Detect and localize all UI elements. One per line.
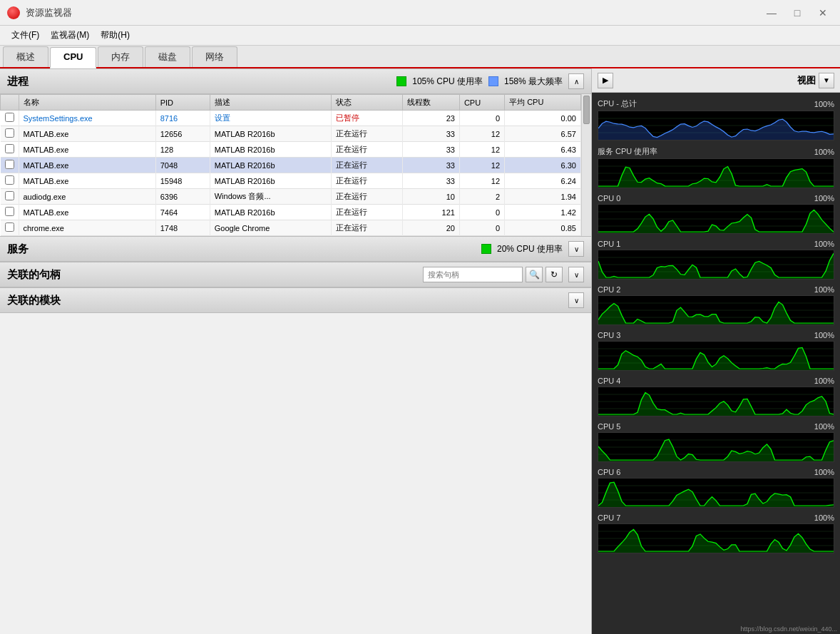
minimize-button[interactable]: — bbox=[762, 6, 782, 20]
th-threads[interactable]: 线程数 bbox=[402, 95, 459, 111]
row-avg-cpu: 6.57 bbox=[505, 126, 581, 142]
row-avg-cpu: 0.00 bbox=[505, 111, 581, 126]
cpu-label: CPU 0 bbox=[598, 194, 620, 203]
process-name-link[interactable]: SystemSettings.exe bbox=[24, 114, 93, 123]
row-checkbox-cell[interactable] bbox=[1, 205, 19, 220]
row-checkbox[interactable] bbox=[5, 207, 14, 216]
row-checkbox-cell[interactable] bbox=[1, 173, 19, 189]
row-pid: 12656 bbox=[155, 126, 210, 142]
row-checkbox-cell[interactable] bbox=[1, 111, 19, 126]
row-checkbox-cell[interactable] bbox=[1, 220, 19, 236]
cpu-graph-header: CPU 5 100% bbox=[598, 422, 834, 431]
tab-overview[interactable]: 概述 bbox=[3, 46, 48, 67]
table-row[interactable]: SystemSettings.exe 8716 设置 已暂停 23 0 0.00 bbox=[1, 111, 581, 126]
cpu-graph-item-6: CPU 4 100% bbox=[598, 377, 834, 416]
handle-collapse-btn[interactable]: ∨ bbox=[568, 267, 584, 282]
right-view-dropdown[interactable]: ▼ bbox=[819, 73, 834, 88]
process-collapse-btn[interactable]: ∧ bbox=[568, 73, 584, 89]
table-row[interactable]: MATLAB.exe 128 MATLAB R2016b 正在运行 33 12 … bbox=[1, 142, 581, 158]
cpu-graph-svg bbox=[598, 524, 834, 553]
search-icon-btn[interactable]: 🔍 bbox=[526, 267, 543, 282]
cpu-percent: 100% bbox=[814, 100, 834, 108]
row-checkbox-cell[interactable] bbox=[1, 142, 19, 158]
module-collapse-btn[interactable]: ∨ bbox=[568, 292, 584, 308]
table-row[interactable]: chrome.exe 1748 Google Chrome 正在运行 20 0 … bbox=[1, 220, 581, 236]
tab-network[interactable]: 网络 bbox=[192, 46, 237, 67]
restore-button[interactable]: □ bbox=[787, 6, 807, 20]
menu-file[interactable]: 文件(F) bbox=[6, 27, 45, 44]
row-desc: 设置 bbox=[210, 111, 332, 126]
th-desc[interactable]: 描述 bbox=[210, 95, 332, 111]
table-row[interactable]: MATLAB.exe 7464 MATLAB R2016b 正在运行 121 0… bbox=[1, 205, 581, 220]
row-checkbox-cell[interactable] bbox=[1, 126, 19, 142]
row-checkbox[interactable] bbox=[5, 160, 14, 169]
cpu-graph-canvas bbox=[598, 295, 834, 325]
row-checkbox-cell[interactable] bbox=[1, 158, 19, 173]
right-view-controls: 视图 ▼ bbox=[797, 73, 834, 88]
services-title: 服务 bbox=[7, 242, 29, 256]
process-table: 名称 PID 描述 状态 线程数 CPU 平均 CPU SystemSettin… bbox=[0, 94, 581, 236]
row-checkbox[interactable] bbox=[5, 144, 14, 153]
th-pid[interactable]: PID bbox=[155, 95, 210, 111]
cpu-graph-svg bbox=[598, 479, 834, 507]
th-checkbox bbox=[1, 95, 19, 111]
row-checkbox[interactable] bbox=[5, 175, 14, 185]
process-scrollbar[interactable] bbox=[581, 94, 591, 236]
cpu-label: CPU 1 bbox=[598, 240, 620, 248]
refresh-icon-btn[interactable]: ↻ bbox=[546, 267, 563, 282]
app-icon bbox=[7, 6, 20, 19]
row-checkbox[interactable] bbox=[5, 128, 14, 138]
tab-cpu[interactable]: CPU bbox=[50, 47, 96, 68]
th-status[interactable]: 状态 bbox=[332, 95, 402, 111]
cpu-percent: 100% bbox=[814, 240, 834, 248]
cpu-usage-text: 105% CPU 使用率 bbox=[412, 76, 483, 88]
row-pid: 15948 bbox=[155, 173, 210, 189]
cpu-graph-canvas bbox=[598, 111, 834, 140]
cpu-percent: 100% bbox=[814, 468, 834, 476]
process-table-container[interactable]: 名称 PID 描述 状态 线程数 CPU 平均 CPU SystemSettin… bbox=[0, 94, 581, 236]
right-nav-btn[interactable]: ▶ bbox=[598, 73, 613, 88]
process-info: 105% CPU 使用率 158% 最大频率 ∧ bbox=[396, 73, 584, 89]
row-desc: MATLAB R2016b bbox=[210, 173, 332, 189]
scroll-thumb[interactable] bbox=[583, 96, 590, 124]
cpu-graph-header: CPU 4 100% bbox=[598, 377, 834, 385]
table-row[interactable]: MATLAB.exe 15948 MATLAB R2016b 正在运行 33 1… bbox=[1, 173, 581, 189]
cpu-graph-header: CPU - 总计 100% bbox=[598, 98, 834, 109]
services-cpu-text: 20% CPU 使用率 bbox=[497, 243, 563, 255]
menu-monitor[interactable]: 监视器(M) bbox=[45, 27, 95, 44]
th-cpu[interactable]: CPU bbox=[459, 95, 504, 111]
cpu-label: CPU 2 bbox=[598, 285, 620, 294]
table-row[interactable]: audiodg.exe 6396 Windows 音频... 正在运行 10 2… bbox=[1, 189, 581, 205]
row-cpu: 2 bbox=[459, 189, 504, 205]
th-avg-cpu[interactable]: 平均 CPU bbox=[505, 95, 581, 111]
row-name: MATLAB.exe bbox=[19, 158, 155, 173]
cpu-percent: 100% bbox=[814, 285, 834, 294]
cpu-graph-item-5: CPU 3 100% bbox=[598, 331, 834, 371]
cpu-graph-svg bbox=[598, 111, 834, 140]
handle-search-input[interactable] bbox=[423, 267, 523, 282]
table-row[interactable]: MATLAB.exe 12656 MATLAB R2016b 正在运行 33 1… bbox=[1, 126, 581, 142]
close-button[interactable]: ✕ bbox=[813, 6, 833, 20]
main-layout: 进程 105% CPU 使用率 158% 最大频率 ∧ 名称 bbox=[0, 68, 840, 634]
row-checkbox[interactable] bbox=[5, 223, 14, 232]
handle-header: 关联的句柄 🔍 ↻ ∨ bbox=[0, 262, 591, 287]
row-checkbox[interactable] bbox=[5, 113, 14, 122]
module-info: ∨ bbox=[568, 292, 584, 308]
table-row[interactable]: MATLAB.exe 7048 MATLAB R2016b 正在运行 33 12… bbox=[1, 158, 581, 173]
row-cpu: 12 bbox=[459, 142, 504, 158]
row-pid: 7048 bbox=[155, 158, 210, 173]
module-section: 关联的模块 ∨ bbox=[0, 287, 591, 313]
process-table-area: 名称 PID 描述 状态 线程数 CPU 平均 CPU SystemSettin… bbox=[0, 94, 591, 236]
cpu-graph-item-7: CPU 5 100% bbox=[598, 422, 834, 462]
services-collapse-btn[interactable]: ∨ bbox=[568, 241, 584, 257]
row-checkbox[interactable] bbox=[5, 191, 14, 200]
row-cpu: 0 bbox=[459, 205, 504, 220]
tab-disk[interactable]: 磁盘 bbox=[145, 46, 190, 67]
row-status: 正在运行 bbox=[332, 189, 402, 205]
row-checkbox-cell[interactable] bbox=[1, 189, 19, 205]
th-name[interactable]: 名称 bbox=[19, 95, 155, 111]
services-info: 20% CPU 使用率 ∨ bbox=[481, 241, 584, 257]
menu-help[interactable]: 帮助(H) bbox=[95, 27, 135, 44]
cpu-label: 服务 CPU 使用率 bbox=[598, 146, 657, 157]
tab-memory[interactable]: 内存 bbox=[98, 46, 143, 67]
